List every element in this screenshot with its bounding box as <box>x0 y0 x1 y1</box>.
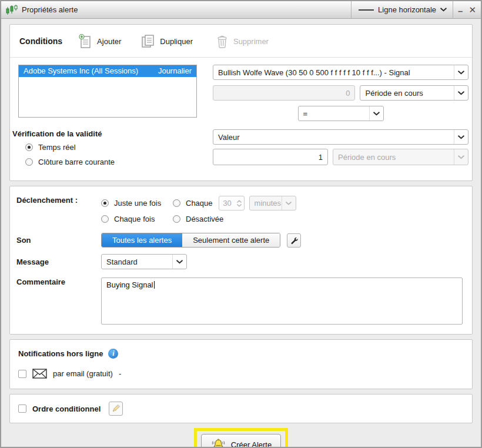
pencil-icon <box>111 404 120 413</box>
trigger-once-radio-option[interactable]: Juste une fois <box>101 199 173 208</box>
trigger-every-label: Chaque <box>186 199 213 208</box>
add-condition-button[interactable]: Ajouter <box>79 34 121 48</box>
minimize-button[interactable]: – <box>458 6 463 15</box>
period-select-value: Période en cours <box>360 89 454 98</box>
trigger-disabled-radio-option[interactable]: Désactivée <box>173 215 223 223</box>
delete-condition-button[interactable]: Supprimer <box>216 35 269 48</box>
comment-row: Commentaire Buying Signal <box>10 278 472 325</box>
interval-spinner[interactable]: 30 <box>219 196 245 210</box>
conditions-panel: Conditions Ajouter <box>9 24 473 181</box>
message-select-value: Standard <box>102 258 172 266</box>
conditions-header: Conditions Ajouter <box>10 25 472 58</box>
notifications-panel: Notifications hors ligne i par email (gr… <box>9 339 473 389</box>
compare-select[interactable]: Valeur <box>213 129 468 145</box>
info-icon[interactable]: i <box>108 349 118 359</box>
chevron-down-icon <box>454 130 468 144</box>
email-option-label: par email (gratuit) <box>53 369 113 378</box>
drawing-tool-selector[interactable]: Ligne horizontale <box>351 1 453 18</box>
validity-title: Vérification de la validité <box>12 129 205 138</box>
message-label: Message <box>16 258 101 266</box>
email-option-suffix: - <box>119 369 121 378</box>
validity-block: Vérification de la validité Temps réel C… <box>18 121 205 172</box>
validity-value: 1 <box>319 153 323 162</box>
highlight-annotation: Créer Alerte <box>194 428 288 447</box>
alert-bell-icon <box>210 438 226 447</box>
message-row: Message Standard <box>10 254 472 269</box>
comment-text: Buying Signal <box>106 280 153 289</box>
condition-instrument: Adobe Systems Inc (All Sessions) <box>24 66 138 75</box>
period-select[interactable]: Période en cours <box>360 85 468 101</box>
title-bar-controls: Ligne horizontale – ✕ <box>351 1 481 18</box>
radio-selected-icon <box>101 199 109 207</box>
validity-value-input[interactable]: 1 <box>213 149 328 165</box>
radio-selected-icon <box>25 143 33 151</box>
chevron-down-icon <box>282 196 296 210</box>
trigger-options: Juste une fois Chaque 30 <box>101 196 463 223</box>
conditional-order-panel: Ordre conditionnel <box>9 394 473 423</box>
operator-select[interactable]: = <box>298 106 384 121</box>
dialog-title: Propriétés alerte <box>22 5 78 14</box>
create-alert-label: Créer Alerte <box>231 440 272 447</box>
conditional-order-checkbox[interactable] <box>18 404 26 413</box>
close-bar-radio-option[interactable]: Clôture barre courante <box>25 158 205 166</box>
signal-select[interactable]: Bullish Wolfe Wave (30 50 0 500 f f f f … <box>213 65 468 80</box>
trigger-each-time-label: Chaque fois <box>114 215 155 223</box>
spinner-arrows-icon <box>236 200 244 207</box>
conditions-listbox[interactable]: Adobe Systems Inc (All Sessions) Journal… <box>18 65 197 118</box>
chevron-down-icon <box>454 65 468 79</box>
realtime-radio-label: Temps réel <box>38 143 76 152</box>
chevron-down-icon <box>369 106 383 121</box>
email-notification-option[interactable]: par email (gratuit) - <box>18 369 463 379</box>
sound-scope-toggle: Toutes les alertes Seulement cette alert… <box>101 233 280 248</box>
add-condition-label: Ajouter <box>97 37 121 46</box>
validity-fields: Valeur 1 Période en cours <box>213 129 468 172</box>
chevron-down-icon <box>440 8 447 12</box>
level-input[interactable]: 0 <box>213 85 355 101</box>
trigger-disabled-label: Désactivée <box>186 215 223 223</box>
trigger-every-radio-option[interactable]: Chaque <box>173 199 213 208</box>
dialog-footer: Créer Alerte <box>9 428 473 447</box>
delete-condition-label: Supprimer <box>233 37 269 46</box>
operator-select-value: = <box>299 109 369 118</box>
duplicate-document-icon <box>141 34 155 48</box>
sound-settings-button[interactable] <box>287 233 301 248</box>
horizontal-line-icon <box>359 9 374 11</box>
interval-unit-select[interactable]: minutes <box>249 196 296 210</box>
close-bar-radio-label: Clôture barre courante <box>38 158 115 166</box>
candlestick-chart-icon <box>6 5 18 15</box>
email-checkbox[interactable] <box>18 370 26 378</box>
realtime-radio-option[interactable]: Temps réel <box>25 143 205 152</box>
compare-select-value: Valeur <box>213 133 454 142</box>
validity-period-value: Période en cours <box>333 153 454 162</box>
trash-icon <box>216 35 228 48</box>
message-select[interactable]: Standard <box>101 254 187 269</box>
close-button[interactable]: ✕ <box>468 5 476 14</box>
radio-unselected-icon <box>173 215 180 223</box>
chevron-down-icon <box>172 255 186 269</box>
duplicate-condition-button[interactable]: Dupliquer <box>141 34 193 48</box>
edit-order-button[interactable] <box>109 402 123 416</box>
dialog-body: Conditions Ajouter <box>1 19 481 447</box>
conditions-content: Adobe Systems Inc (All Sessions) Journal… <box>10 58 472 180</box>
comment-label: Commentaire <box>16 278 101 286</box>
sound-row: Son Toutes les alertes Seulement cette a… <box>10 233 472 248</box>
text-caret <box>154 281 155 289</box>
all-alerts-toggle-option[interactable]: Toutes les alertes <box>102 233 182 247</box>
title-bar: Propriétés alerte Ligne horizontale – ✕ <box>1 1 481 19</box>
comment-textarea[interactable]: Buying Signal <box>101 278 463 325</box>
trigger-each-time-radio-option[interactable]: Chaque fois <box>101 215 173 223</box>
window-buttons: – ✕ <box>453 1 481 18</box>
duplicate-condition-label: Dupliquer <box>160 37 193 46</box>
trigger-row: Déclenchement : Juste une fois Chaque 30 <box>10 196 472 223</box>
add-document-icon <box>79 34 92 48</box>
trigger-panel: Déclenchement : Juste une fois Chaque 30 <box>9 186 473 335</box>
radio-unselected-icon <box>25 158 33 166</box>
this-alert-toggle-option[interactable]: Seulement cette alerte <box>182 233 280 247</box>
condition-list-item[interactable]: Adobe Systems Inc (All Sessions) Journal… <box>19 65 196 77</box>
drawing-tool-label: Ligne horizontale <box>378 5 436 14</box>
validity-period-select[interactable]: Période en cours <box>333 149 468 165</box>
create-alert-button[interactable]: Créer Alerte <box>201 434 281 447</box>
interval-unit-value: minutes <box>250 199 282 208</box>
interval-value: 30 <box>219 199 236 208</box>
notifications-title: Notifications hors ligne <box>18 349 103 358</box>
